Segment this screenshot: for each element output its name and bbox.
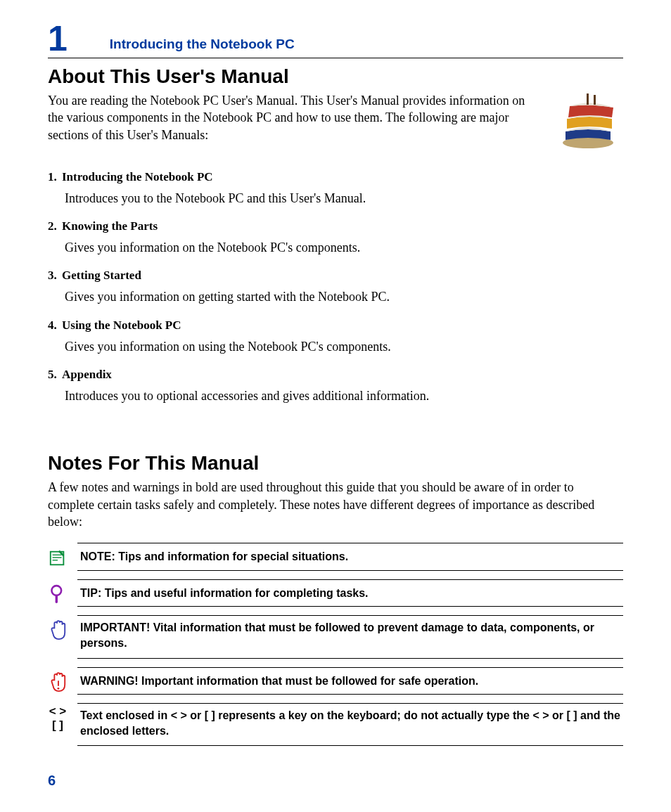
item-title: Knowing the Parts bbox=[62, 219, 158, 233]
section-list: 1.Introducing the Notebook PC Introduces… bbox=[48, 170, 623, 404]
item-desc: Introduces you to the Notebook PC and th… bbox=[65, 190, 623, 207]
item-number: 5. bbox=[48, 368, 62, 382]
note-keys-row: < > [ ] Text enclosed in < > or [ ] repr… bbox=[48, 703, 623, 746]
about-heading: About This User's Manual bbox=[48, 65, 623, 88]
item-desc: Introduces you to optional accessories a… bbox=[65, 387, 623, 404]
item-number: 3. bbox=[48, 269, 62, 283]
note-warning-row: WARNING! Important information that must… bbox=[48, 667, 623, 695]
list-item: 1.Introducing the Notebook PC Introduces… bbox=[48, 170, 623, 207]
chapter-number: 1 bbox=[48, 21, 68, 56]
notes-heading: Notes For This Manual bbox=[48, 452, 623, 475]
item-title: Introducing the Notebook PC bbox=[62, 170, 213, 183]
about-intro: You are reading the Notebook PC User's M… bbox=[48, 92, 539, 143]
books-icon bbox=[553, 88, 623, 151]
warning-hand-icon bbox=[48, 667, 68, 694]
note-text: NOTE: Tips and information for special s… bbox=[77, 543, 623, 571]
magnifier-icon bbox=[48, 579, 68, 606]
page-number: 6 bbox=[48, 773, 623, 789]
item-title: Using the Notebook PC bbox=[62, 318, 181, 332]
warning-text: WARNING! Important information that must… bbox=[77, 667, 623, 695]
note-important-row: IMPORTANT! Vital information that must b… bbox=[48, 615, 623, 658]
svg-point-10 bbox=[58, 688, 60, 690]
svg-rect-2 bbox=[594, 95, 596, 105]
chapter-title: Introducing the Notebook PC bbox=[110, 37, 295, 56]
tip-text: TIP: Tips and useful information for com… bbox=[77, 579, 623, 607]
note-icon bbox=[48, 543, 68, 569]
item-desc: Gives you information on getting started… bbox=[65, 288, 623, 305]
notes-intro: A few notes and warnings in bold are use… bbox=[48, 479, 623, 530]
svg-point-7 bbox=[51, 586, 61, 595]
item-number: 2. bbox=[48, 219, 62, 233]
key-bracket: [ ] bbox=[48, 718, 68, 733]
important-text: IMPORTANT! Vital information that must b… bbox=[77, 615, 623, 658]
item-desc: Gives you information on using the Noteb… bbox=[65, 338, 623, 355]
key-angle: < > bbox=[48, 704, 68, 718]
item-desc: Gives you information on the Notebook PC… bbox=[65, 239, 623, 256]
list-item: 3.Getting Started Gives you information … bbox=[48, 269, 623, 305]
list-item: 2.Knowing the Parts Gives you informatio… bbox=[48, 219, 623, 256]
list-item: 4.Using the Notebook PC Gives you inform… bbox=[48, 318, 623, 355]
list-item: 5.Appendix Introduces you to optional ac… bbox=[48, 368, 623, 404]
page: 1 Introducing the Notebook PC About This… bbox=[0, 0, 671, 812]
key-symbols-icon: < > [ ] bbox=[48, 703, 68, 732]
about-intro-row: You are reading the Notebook PC User's M… bbox=[48, 92, 623, 156]
item-title: Appendix bbox=[62, 368, 112, 381]
chapter-header: 1 Introducing the Notebook PC bbox=[48, 21, 623, 58]
item-number: 4. bbox=[48, 318, 62, 333]
note-tip-row: TIP: Tips and useful information for com… bbox=[48, 579, 623, 607]
keys-text: Text enclosed in < > or [ ] represents a… bbox=[77, 703, 623, 746]
svg-rect-1 bbox=[587, 94, 589, 105]
item-number: 1. bbox=[48, 170, 62, 184]
svg-rect-8 bbox=[56, 595, 58, 603]
hand-stop-icon bbox=[48, 615, 68, 642]
note-note-row: NOTE: Tips and information for special s… bbox=[48, 543, 623, 571]
item-title: Getting Started bbox=[62, 269, 141, 282]
